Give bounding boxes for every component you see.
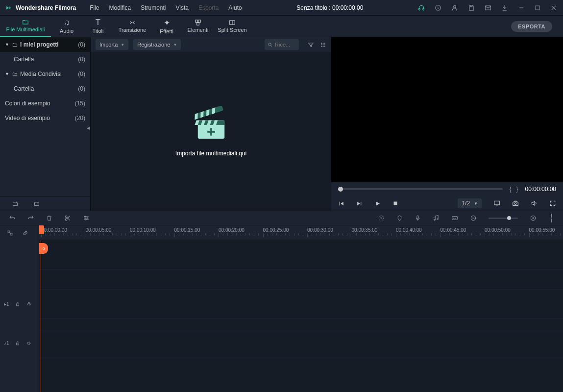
fullscreen-icon[interactable] (549, 200, 556, 207)
grid-icon[interactable] (320, 42, 326, 48)
sidebar-item[interactable]: ▼I miei progetti(0) (0, 37, 90, 52)
mail-icon[interactable] (485, 4, 491, 11)
svg-point-23 (322, 43, 323, 44)
import-dropdown[interactable]: Importa ▼ (96, 39, 128, 50)
match-icon[interactable] (7, 230, 13, 236)
timeline-body[interactable]: o (39, 240, 563, 392)
download-icon[interactable] (501, 4, 508, 11)
tab-media[interactable]: File Multimediali (0, 15, 51, 37)
save-icon[interactable] (468, 4, 475, 11)
play-button[interactable] (374, 200, 381, 207)
search-input[interactable] (275, 42, 294, 48)
settings-button[interactable] (83, 215, 90, 221)
scrubber-thumb[interactable] (338, 187, 343, 192)
delete-folder-icon[interactable] (33, 201, 40, 207)
video-track-head[interactable]: ▸1 (0, 298, 39, 310)
caption-button[interactable] (451, 215, 458, 221)
close-icon[interactable] (550, 4, 557, 11)
zoom-out-button[interactable] (470, 215, 477, 221)
sidebar-collapse-handle[interactable]: ◀ (86, 124, 91, 131)
minimize-icon[interactable] (518, 4, 525, 11)
prev-frame-button[interactable] (338, 200, 344, 207)
menu-view[interactable]: Vista (176, 4, 189, 11)
brace-left[interactable]: { (510, 186, 512, 193)
cut-button[interactable] (64, 215, 71, 221)
sidebar-label: Cartella (14, 56, 34, 63)
lock-icon[interactable] (15, 301, 20, 307)
sidebar-item[interactable]: Cartella(0) (0, 81, 90, 96)
ruler-label: 00:00:10:00 (130, 227, 156, 233)
ruler-label: 00:00:00:00 (41, 227, 67, 233)
snapshot-icon[interactable] (512, 200, 519, 207)
zoom-slider[interactable] (489, 218, 518, 219)
stop-button[interactable] (392, 200, 398, 206)
volume-icon[interactable] (531, 200, 538, 207)
filter-icon[interactable] (308, 42, 314, 48)
menu-help[interactable]: Aiuto (228, 4, 242, 11)
tab-transition[interactable]: Transizione (114, 15, 151, 37)
preview-panel: { } 00:00:00:00 1/2 ▼ (331, 37, 563, 211)
audio-track-head[interactable]: ♪1 (0, 337, 39, 349)
account-icon[interactable] (451, 4, 458, 11)
zoom-in-button[interactable] (530, 215, 537, 221)
import-prompt: Importa file multimediali qui (175, 150, 246, 157)
preview-time: 00:00:00:00 (525, 186, 556, 193)
sidebar-label: Colori di esempio (5, 100, 50, 107)
sidebar-item[interactable]: Video di esempio(20) (0, 111, 90, 125)
quality-dropdown[interactable]: 1/2 ▼ (458, 198, 482, 208)
sidebar-item[interactable]: Cartella(0) (0, 52, 90, 67)
sidebar-item[interactable]: ▼Media Condivisi(0) (0, 67, 90, 81)
tab-effects[interactable]: ✦ Effetti (151, 15, 182, 37)
menu-tools[interactable]: Strumenti (141, 4, 166, 11)
ruler-label: 00:00:15:00 (174, 227, 200, 233)
voiceover-button[interactable] (415, 215, 421, 221)
media-view-icons (308, 42, 326, 48)
menu-edit[interactable]: Modifica (109, 4, 131, 11)
timeline-ruler[interactable]: 00:00:00:0000:00:05:0000:00:10:0000:00:1… (39, 225, 563, 240)
preview-scrubber[interactable] (338, 188, 503, 190)
zoom-thumb[interactable] (507, 216, 511, 220)
svg-point-77 (28, 303, 30, 305)
ruler-label: 00:00:50:00 (485, 227, 511, 233)
undo-button[interactable] (9, 215, 16, 221)
sidebar-label: Video di esempio (5, 115, 50, 122)
playhead[interactable] (41, 240, 41, 392)
audio-mixer-button[interactable] (433, 215, 440, 221)
svg-point-30 (324, 46, 325, 47)
tab-titles[interactable]: T Titoli (82, 15, 114, 37)
eye-icon[interactable] (26, 301, 32, 306)
display-icon[interactable] (493, 200, 500, 207)
next-frame-button[interactable] (356, 200, 363, 207)
media-dropzone[interactable]: Importa file multimediali qui (91, 52, 331, 211)
marker-button[interactable] (396, 215, 403, 221)
lock-icon[interactable] (15, 341, 20, 346)
new-folder-icon[interactable] (12, 201, 19, 207)
ruler-label: 00:00:25:00 (263, 227, 289, 233)
info-icon[interactable] (435, 4, 441, 11)
brace-right[interactable]: } (516, 186, 518, 193)
mute-icon[interactable] (26, 341, 32, 346)
svg-point-60 (85, 219, 86, 220)
search-box[interactable] (265, 39, 299, 50)
svg-rect-13 (198, 20, 201, 23)
sidebar-count: (20) (75, 115, 85, 122)
tab-split[interactable]: Split Screen (214, 15, 251, 37)
headphones-icon[interactable] (418, 4, 425, 11)
record-label: Registrazione (137, 42, 170, 48)
menu-file[interactable]: File (90, 4, 99, 11)
chevron-down-icon: ▼ (173, 43, 177, 47)
preview-viewport[interactable] (331, 37, 563, 182)
trash-button[interactable] (46, 215, 52, 221)
record-dropdown[interactable]: Registrazione ▼ (133, 39, 181, 50)
link-icon[interactable] (22, 230, 28, 236)
maximize-icon[interactable] (535, 5, 540, 11)
playhead-handle[interactable] (39, 225, 44, 234)
svg-point-5 (454, 5, 456, 8)
export-button[interactable]: ESPORTA (511, 21, 552, 32)
redo-button[interactable] (27, 215, 34, 221)
render-button[interactable] (378, 215, 385, 221)
sidebar-item[interactable]: Colori di esempio(15) (0, 96, 90, 111)
tab-audio[interactable]: ♫ Audio (51, 15, 82, 37)
silence-detect-button[interactable] (548, 214, 554, 222)
tab-elements[interactable]: Elementi (182, 15, 214, 37)
